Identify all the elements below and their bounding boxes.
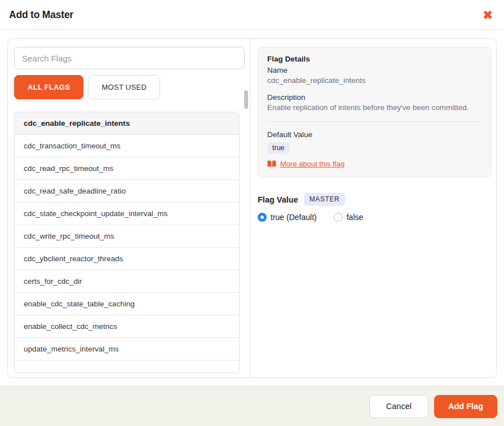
book-icon	[267, 160, 276, 168]
modal-header: Add to Master ✖	[0, 0, 504, 30]
flag-details-card: Flag Details Name cdc_enable_replicate_i…	[258, 47, 491, 178]
scrollbar-thumb[interactable]	[244, 90, 248, 109]
radio-false-label: false	[347, 213, 364, 222]
flag-list-item[interactable]: cdc_enable_replicate_intents	[15, 112, 239, 135]
flag-list-item[interactable]: cdc_write_rpc_timeout_ms	[15, 225, 239, 248]
scope-badge-master: MASTER	[304, 193, 346, 206]
default-value-label: Default Value	[267, 130, 481, 139]
search-input[interactable]	[14, 47, 245, 69]
name-label: Name	[267, 66, 481, 74]
description-value: Enable replication of intents before the…	[267, 103, 481, 112]
modal-title: Add to Master	[9, 9, 73, 21]
modal-body: ALL FLAGS MOST USED cdc_enable_replicate…	[7, 38, 497, 378]
flag-list-item[interactable]: enable_cdc_state_table_caching	[15, 293, 239, 315]
radio-option-true[interactable]: true (Default)	[258, 213, 317, 222]
flag-details-panel: Flag Details Name cdc_enable_replicate_i…	[250, 39, 496, 377]
divider	[267, 121, 481, 122]
flag-list-item[interactable]: cdc_read_safe_deadline_ratio	[15, 180, 239, 203]
close-icon[interactable]: ✖	[481, 8, 494, 22]
cancel-button[interactable]: Cancel	[369, 395, 428, 418]
default-value-badge: true	[267, 142, 290, 154]
more-about-flag-link[interactable]: More about this flag	[280, 160, 344, 168]
flag-value-header: Flag Value MASTER	[258, 193, 491, 206]
modal-footer: Cancel Add Flag	[0, 386, 504, 426]
flag-list: cdc_enable_replicate_intents cdc_transac…	[14, 112, 240, 373]
radio-true-label: true (Default)	[271, 213, 317, 222]
flag-list-item-partial[interactable]	[15, 361, 239, 373]
tab-most-used[interactable]: MOST USED	[88, 75, 160, 99]
name-value: cdc_enable_replicate_intents	[267, 76, 481, 85]
description-label: Description	[267, 93, 481, 102]
flag-list-item[interactable]: certs_for_cdc_dir	[15, 270, 239, 293]
flag-list-item[interactable]: cdc_read_rpc_timeout_ms	[15, 157, 239, 180]
details-title: Flag Details	[267, 55, 481, 63]
flag-list-item[interactable]: update_metrics_interval_ms	[15, 338, 239, 361]
flag-list-item[interactable]: cdc_transaction_timeout_ms	[15, 135, 239, 157]
more-link-row: More about this flag	[267, 160, 481, 168]
flag-filter-tabs: ALL FLAGS MOST USED	[14, 75, 245, 99]
flag-value-options: true (Default) false	[258, 213, 491, 222]
radio-true-icon[interactable]	[258, 213, 267, 222]
flag-list-item[interactable]: enable_collect_cdc_metrics	[15, 315, 239, 338]
flag-value-label: Flag Value	[258, 195, 298, 204]
radio-option-false[interactable]: false	[334, 213, 364, 222]
flag-list-item[interactable]: cdc_state_checkpoint_update_interval_ms	[15, 203, 239, 225]
radio-false-icon[interactable]	[334, 213, 343, 222]
flag-list-item[interactable]: cdc_ybclient_reactor_threads	[15, 248, 239, 270]
add-flag-button[interactable]: Add Flag	[434, 395, 497, 418]
flag-browser-panel: ALL FLAGS MOST USED cdc_enable_replicate…	[8, 39, 250, 377]
tab-all-flags[interactable]: ALL FLAGS	[14, 75, 83, 99]
